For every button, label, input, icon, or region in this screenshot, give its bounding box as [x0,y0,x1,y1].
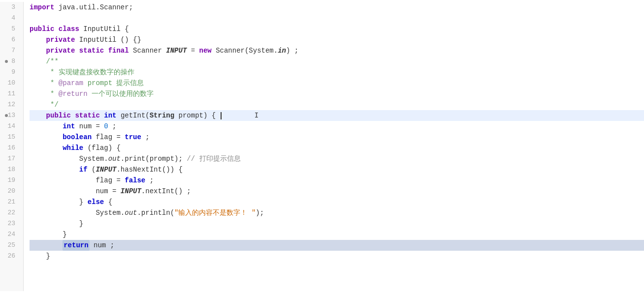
code-line-20: num = INPUT .nextInt() ; [30,186,644,197]
indent8 [30,110,46,121]
line-num-20: 20 [4,186,19,197]
line-numbers: 3 4 5 6 7 8 9 10 11 12 13 14 15 16 17 18… [0,2,24,291]
token-in: in [278,45,286,56]
line-num-19: 19 [4,175,19,186]
token-space7: Scanner(System. [212,45,278,56]
token-public2: public [46,110,71,121]
code-line-11: * @return 一个可以使用的数字 [30,88,644,99]
token-private1: private [46,34,75,45]
code-line-9: * 实现键盘接收数字的操作 [30,67,644,78]
token-space10: getInt( [116,110,149,121]
token-int1: int [63,121,75,132]
token-import: import [30,2,54,13]
token-public: public [30,24,54,34]
code-line-26: } [30,251,644,262]
token-jdoc-star2: * [50,78,59,88]
token-closebrace1: } [79,197,88,207]
line-num-15: 15 [4,132,19,143]
token-space8 [71,110,75,121]
line-num-7: 7 [4,45,19,56]
code-line-21: } else { [30,197,644,207]
token-space2: InputUtil () {} [75,34,141,45]
indent15 [30,186,96,197]
token-println: .println( [137,207,174,218]
token-space1 [54,24,58,34]
token-param-tag: @param [59,78,83,88]
line-num-23: 23 [4,218,19,229]
indent9 [30,121,63,132]
token-INPUT2: INPUT [96,164,116,175]
token-jdoc-open: /** [46,56,59,67]
code-line-8: /** [30,56,644,67]
token-INPUT1: INPUT [166,45,187,56]
line-num-26: 26 [4,251,19,262]
token-string1: "输入的内容不是数字！ " [174,207,256,218]
code-line-13: public static int getInt( String prompt)… [30,110,644,121]
token-semi4: ; [145,175,154,186]
token-return-desc: 一个可以使用的数字 [92,88,154,99]
code-line-3: import java.util.Scanner; [30,2,644,13]
code-line-25: return num ; [30,240,644,251]
code-line-7: private static final Scanner INPUT = new… [30,45,644,56]
token-cursor-space: I [222,110,259,121]
token-space: java.util.Scanner; [54,2,133,13]
token-while: while [63,143,83,153]
token-space17: num ; [90,240,114,251]
token-if: if [79,164,88,175]
line-num-3: 3 [4,2,19,13]
token-nextInt: .nextInt() ; [141,186,191,197]
token-space15: ( [88,164,96,175]
indent18 [30,218,79,229]
token-flag2: flag = [96,175,125,186]
token-comment1-cn: 打印提示信息 [199,153,241,164]
indent7 [30,99,50,110]
code-editor: 3 4 5 6 7 8 9 10 11 12 13 14 15 16 17 18… [0,0,644,293]
token-closebrace2: } [79,218,83,229]
token-jdoc-star3: * [50,88,59,99]
line-num-25: 25 [4,240,19,251]
token-static2: static [75,110,99,121]
token-semi5: ); [256,207,264,218]
code-line-14: int num = 0 ; [30,121,644,132]
code-line-19: flag = false ; [30,175,644,186]
token-space9 [100,110,104,121]
token-return-sp [88,88,92,99]
indent16 [30,197,79,207]
token-return: return [63,240,89,251]
indent1 [30,34,46,45]
line-num-22: 22 [4,207,19,218]
line-num-21: 21 [4,197,19,207]
token-String: String [150,110,174,121]
token-system2: System. [96,207,125,218]
token-boolean: boolean [63,132,92,143]
token-space4 [104,45,108,56]
line-num-6: 6 [4,34,19,45]
line-num-14: 14 [4,121,19,132]
token-space3 [75,45,79,56]
token-return-tag: @return [59,88,88,99]
token-space6: = [187,45,199,56]
indent13 [30,164,79,175]
token-zero: 0 [104,121,108,132]
token-int0: int [104,110,116,121]
code-line-15: boolean flag = true ; [30,132,644,143]
token-semi1: ) ; [286,45,298,56]
line-num-11: 11 [4,88,19,99]
token-else: else [88,197,104,207]
indent2 [30,45,46,56]
indent12 [30,153,79,164]
code-line-4 [30,13,644,24]
indent14 [30,175,96,186]
token-new1: new [199,45,212,56]
token-true: true [125,132,141,143]
token-space13: flag = [92,132,125,143]
code-line-24: } [30,229,644,240]
token-hasNext: .hasNextInt()) { [116,164,182,175]
token-param-name: prompt [83,78,116,88]
token-space12: num = [75,121,104,132]
code-line-16: while (flag) { [30,143,644,153]
code-line-6: private InputUtil () {} [30,34,644,45]
indent17 [30,207,96,218]
line-num-8: 8 [4,56,19,67]
token-private2: private [46,45,75,56]
